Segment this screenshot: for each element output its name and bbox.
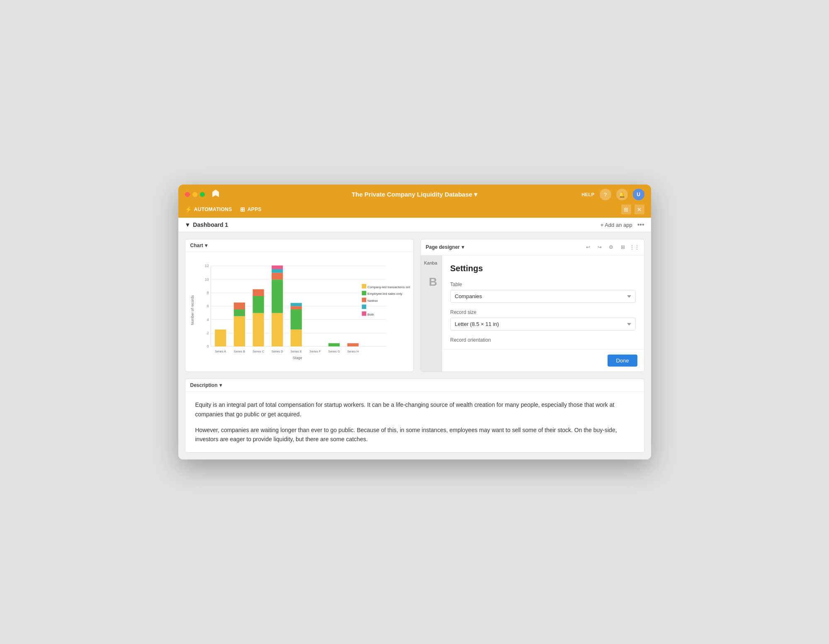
svg-text:Number of records: Number of records: [190, 295, 194, 325]
page-designer-dropdown-icon[interactable]: ▾: [462, 244, 464, 250]
svg-text:Series H: Series H: [347, 350, 359, 353]
settings-footer: Done: [442, 349, 644, 372]
svg-text:2: 2: [207, 331, 209, 335]
table-select[interactable]: Companies: [450, 290, 636, 303]
app-window: The Private Company Liquidity Database ▾…: [178, 185, 651, 459]
record-orientation-label: Record orientation: [450, 337, 636, 343]
svg-rect-48: [362, 298, 366, 302]
svg-text:Series A: Series A: [215, 350, 226, 353]
svg-text:Series D: Series D: [271, 350, 283, 353]
svg-text:8: 8: [207, 291, 209, 295]
kanban-label: Kanba: [423, 259, 444, 267]
chart-svg: Number of records: [189, 255, 410, 365]
traffic-lights: [185, 192, 205, 197]
svg-text:Employee-led sales only: Employee-led sales only: [367, 292, 402, 296]
page-designer-body: Kanba B Settings Table Companies: [421, 255, 644, 372]
table-label: Table: [450, 282, 636, 287]
undo-icon[interactable]: ↩: [583, 243, 593, 252]
svg-text:4: 4: [207, 318, 209, 322]
toolbar: ⚡ AUTOMATIONS ⊞ APPS ⊞ ✕: [178, 204, 651, 218]
notification-icon[interactable]: 🔔: [616, 189, 628, 200]
dashboard-title: ▼ Dashboard 1: [185, 221, 229, 228]
svg-text:Series B: Series B: [233, 350, 245, 353]
redo-icon[interactable]: ↪: [595, 243, 604, 252]
settings-icon[interactable]: ⚙: [607, 243, 616, 252]
svg-rect-35: [290, 306, 301, 310]
chart-panel-header: Chart ▾: [185, 239, 413, 252]
help-label: HELP: [581, 192, 594, 197]
expand-icon[interactable]: ⊞: [618, 243, 627, 252]
page-designer-title: Page designer ▾: [426, 244, 464, 250]
svg-rect-27: [272, 313, 283, 347]
description-header: Description ▾: [185, 379, 644, 392]
svg-rect-36: [290, 303, 301, 306]
page-designer-panel: Page designer ▾ ↩ ↪ ⚙ ⊞ ⋮⋮ Kanba: [421, 239, 644, 372]
settings-title: Settings: [450, 264, 636, 273]
window-title: The Private Company Liquidity Database ▾: [352, 191, 477, 198]
titlebar: The Private Company Liquidity Database ▾…: [178, 185, 651, 204]
apps-nav[interactable]: ⊞ APPS: [240, 206, 261, 213]
svg-rect-41: [347, 343, 358, 347]
svg-rect-19: [233, 316, 245, 347]
svg-rect-29: [272, 273, 283, 280]
svg-rect-50: [362, 305, 366, 309]
svg-rect-31: [272, 265, 283, 269]
svg-rect-20: [233, 309, 245, 316]
svg-text:Neither: Neither: [367, 299, 378, 303]
app-logo: [210, 188, 221, 201]
titlebar-actions: HELP ? 🔔 U: [581, 189, 644, 200]
svg-text:Series E: Series E: [290, 350, 302, 353]
chart-body: Number of records: [185, 252, 413, 368]
svg-rect-30: [272, 269, 283, 273]
dashboard-chevron-icon: ▼: [185, 221, 191, 228]
svg-rect-46: [362, 291, 366, 296]
settings-overlay: Settings Table Companies Record size: [442, 255, 644, 372]
svg-text:Series F: Series F: [309, 350, 321, 353]
chart-dropdown-icon[interactable]: ▾: [205, 243, 207, 248]
svg-text:6: 6: [207, 304, 209, 308]
avatar[interactable]: U: [633, 189, 644, 200]
main-content: Chart ▾ Number of records: [178, 232, 651, 459]
close-button[interactable]: [185, 192, 190, 197]
svg-rect-25: [253, 289, 264, 296]
record-size-select[interactable]: Letter (8.5 × 11 in): [450, 318, 636, 331]
grid-dots-icon[interactable]: ⋮⋮: [630, 243, 639, 252]
done-button[interactable]: Done: [608, 355, 637, 367]
grid-icon[interactable]: ⊞: [621, 204, 631, 214]
svg-rect-39: [328, 343, 339, 347]
svg-rect-21: [233, 303, 245, 310]
svg-rect-17: [215, 330, 226, 347]
apps-icon: ⊞: [240, 206, 245, 213]
help-icon[interactable]: ?: [600, 189, 611, 200]
svg-text:Both: Both: [367, 313, 374, 316]
svg-rect-51: [362, 311, 366, 316]
settings-panel: Settings Table Companies Record size: [442, 255, 644, 349]
page-designer-actions: ↩ ↪ ⚙ ⊞ ⋮⋮: [583, 243, 639, 252]
svg-rect-28: [272, 279, 283, 313]
record-size-label: Record size: [450, 309, 636, 315]
svg-text:Company-led transactions only: Company-led transactions only: [367, 285, 410, 289]
svg-text:0: 0: [207, 345, 209, 349]
svg-rect-34: [290, 309, 301, 330]
more-options-icon[interactable]: •••: [637, 221, 644, 228]
chart-label: Chart: [190, 243, 203, 248]
add-app-button[interactable]: + Add an app: [600, 222, 632, 228]
close-icon[interactable]: ✕: [635, 204, 644, 214]
page-designer-header: Page designer ▾ ↩ ↪ ⚙ ⊞ ⋮⋮: [421, 239, 644, 255]
description-dropdown-icon[interactable]: ▾: [219, 382, 222, 388]
dashboard-header: ▼ Dashboard 1 + Add an app •••: [178, 218, 651, 232]
svg-rect-23: [253, 313, 264, 347]
automations-icon: ⚡: [185, 206, 192, 213]
svg-text:Series C: Series C: [253, 350, 264, 353]
description-paragraph-1: Equity is an integral part of total comp…: [195, 400, 634, 419]
maximize-button[interactable]: [200, 192, 205, 197]
automations-nav[interactable]: ⚡ AUTOMATIONS: [185, 206, 232, 213]
svg-rect-44: [362, 284, 366, 289]
svg-text:Stage: Stage: [292, 356, 302, 360]
minimize-button[interactable]: [192, 192, 197, 197]
svg-text:10: 10: [204, 277, 209, 282]
description-body: Equity is an integral part of total comp…: [185, 392, 644, 452]
kanban-b-letter: B: [423, 275, 444, 289]
record-orientation-field: Record orientation: [450, 337, 636, 343]
svg-rect-33: [290, 330, 301, 347]
